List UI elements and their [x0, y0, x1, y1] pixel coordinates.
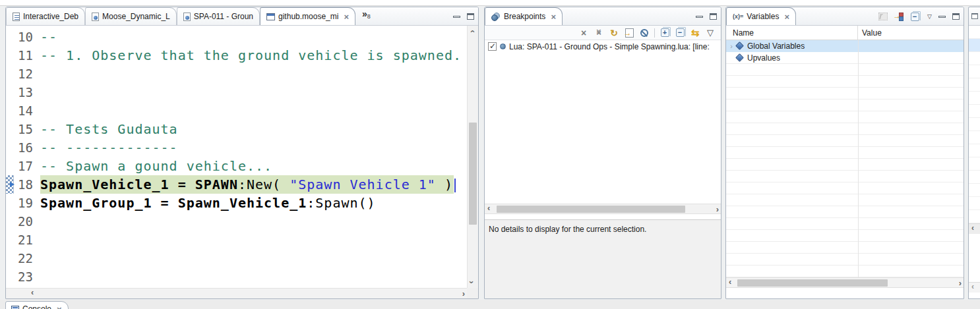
line-number[interactable]: 11 — [14, 48, 36, 63]
code-text[interactable]: Spawn_Vehicle_1 = SPAWN:New( "Spawn Vehi… — [36, 177, 456, 192]
column-header-name[interactable]: Name — [726, 26, 858, 40]
line-number[interactable]: 15 — [14, 122, 36, 136]
code-line-10[interactable]: 10-- — [6, 28, 478, 46]
scroll-left-icon[interactable]: › — [487, 205, 490, 213]
code-line-16[interactable]: 16-- ------------- — [6, 138, 478, 157]
scroll-down-icon[interactable]: › — [468, 281, 476, 283]
line-number[interactable]: 23 — [14, 269, 36, 284]
collapse-all-icon[interactable]: − — [675, 28, 685, 38]
scroll-left-icon[interactable]: › — [31, 289, 34, 298]
code-text[interactable]: -- ------------- — [36, 140, 178, 155]
code-line-20[interactable]: 20 — [6, 212, 478, 231]
code-text[interactable]: -- — [36, 29, 57, 45]
breakpoint-checkbox[interactable]: ✓ — [488, 42, 497, 51]
link-with-debug-view-icon[interactable]: ⇆ — [690, 28, 700, 38]
line-number[interactable]: 21 — [14, 233, 36, 247]
tab-close-icon[interactable]: × — [551, 13, 556, 21]
code-text[interactable]: Spawn_Group_1 = Spawn_Vehicle_1:Spawn() — [36, 195, 376, 211]
maximize-icon[interactable] — [467, 13, 474, 20]
editor-horizontal-scrollbar[interactable]: › › — [6, 288, 467, 298]
editor-tab-moose-dynamic-l[interactable]: Moose_Dynamic_L — [85, 7, 177, 25]
code-text[interactable]: -- Spawn a gound vehicle... — [36, 158, 272, 174]
variable-row-global-variables[interactable]: ›Global Variables — [726, 40, 964, 52]
column-header-value[interactable]: Value — [858, 28, 882, 38]
scroll-left-icon[interactable]: › — [971, 283, 974, 291]
clipped-scrollbar[interactable]: › — [969, 282, 980, 293]
maximize-icon[interactable] — [952, 13, 960, 20]
scroll-left-icon[interactable]: › — [729, 279, 731, 287]
code-lines[interactable]: 10--11-- 1. Observe that the ground vehi… — [6, 26, 478, 286]
tab-variables[interactable]: (x)= Variables × — [726, 7, 796, 25]
show-logical-structure-icon[interactable]: → — [894, 11, 904, 22]
show-supported-breakpoints-icon[interactable]: ↻ — [609, 28, 619, 38]
tab-breakpoints[interactable]: Breakpoints × — [485, 7, 563, 25]
maximize-icon[interactable] — [710, 13, 717, 20]
minimize-icon[interactable] — [938, 16, 946, 18]
skip-all-breakpoints-icon[interactable] — [639, 28, 650, 38]
variables-tree[interactable]: ›Global VariablesUpvalues — [726, 40, 964, 277]
line-number[interactable]: 22 — [14, 251, 36, 266]
line-number[interactable]: 17 — [14, 159, 36, 173]
clipped-scrollbar[interactable]: › — [969, 223, 980, 234]
code-line-19[interactable]: 19Spawn_Group_1 = Spawn_Vehicle_1:Spawn(… — [6, 194, 478, 212]
variable-row-upvalues[interactable]: Upvalues — [726, 52, 964, 64]
line-number[interactable]: 13 — [14, 85, 36, 99]
variable-diamond-icon — [735, 53, 744, 62]
breakpoint-row[interactable]: ✓ Lua: SPA-011 - Ground Ops - Simple Spa… — [485, 40, 721, 53]
code-line-13[interactable]: 13 — [6, 83, 478, 101]
editor-tab-spa-011-groun[interactable]: SPA-011 - Groun — [177, 7, 260, 25]
scroll-up-icon[interactable]: › — [468, 30, 476, 32]
scroll-left-icon[interactable]: › — [971, 225, 974, 233]
show-type-names-icon[interactable] — [878, 11, 888, 22]
code-line-12[interactable]: 12 — [6, 65, 478, 83]
scrollbar-thumb[interactable] — [497, 206, 685, 213]
view-menu-icon[interactable]: ▽ — [705, 28, 716, 38]
tab-close-icon[interactable]: × — [57, 305, 62, 309]
tab-console[interactable]: Console × — [5, 301, 69, 309]
minimize-icon[interactable] — [453, 16, 460, 18]
view-menu-icon[interactable]: ▽ — [927, 14, 932, 20]
collapse-all-icon[interactable]: − — [909, 11, 920, 22]
remove-breakpoint-icon[interactable]: × — [578, 28, 589, 38]
code-line-23[interactable]: 23 — [6, 267, 478, 286]
column-divider[interactable] — [858, 40, 859, 277]
line-number[interactable]: 18 — [14, 177, 36, 192]
variables-horizontal-scrollbar[interactable]: › › — [726, 277, 964, 288]
go-to-file-for-breakpoint-icon[interactable] — [624, 28, 634, 38]
code-line-18[interactable]: 18Spawn_Vehicle_1 = SPAWN:New( "Spawn Ve… — [6, 175, 478, 194]
code-line-11[interactable]: 11-- 1. Observe that the ground vehicle … — [6, 46, 478, 65]
scroll-right-icon[interactable]: › — [959, 279, 962, 287]
code-line-21[interactable]: 21 — [6, 231, 478, 249]
editor-tab-interactive-deb[interactable]: Interactive_Deb — [6, 7, 85, 25]
code-line-17[interactable]: 17-- Spawn a gound vehicle... — [6, 157, 478, 175]
line-number[interactable]: 10 — [14, 30, 36, 44]
scroll-right-icon[interactable]: › — [716, 205, 719, 213]
code-line-15[interactable]: 15-- Tests Gudauta — [6, 120, 478, 138]
code-text[interactable]: -- 1. Observe that the ground vehicle is… — [36, 47, 462, 63]
breakpoints-list[interactable]: ✓ Lua: SPA-011 - Ground Ops - Simple Spa… — [485, 40, 721, 204]
minimize-icon[interactable] — [696, 16, 703, 18]
code-line-22[interactable]: 22 — [6, 249, 478, 267]
tab-overflow-button[interactable]: » 8 — [355, 7, 373, 25]
scrollbar-thumb[interactable] — [737, 279, 888, 287]
tab-close-icon[interactable]: × — [344, 13, 349, 21]
line-number[interactable]: 20 — [14, 214, 36, 229]
editor-vertical-scrollbar[interactable]: › › — [467, 26, 478, 288]
tab-close-icon[interactable]: × — [784, 13, 789, 21]
line-number[interactable]: 14 — [14, 103, 36, 118]
line-number[interactable]: 12 — [14, 67, 36, 81]
editor-tab-github-moose-mi[interactable]: github.moose_mi× — [260, 7, 355, 25]
instruction-pointer-icon[interactable] — [6, 175, 14, 194]
scroll-right-icon[interactable]: › — [462, 289, 465, 298]
remove-all-breakpoints-icon[interactable]: × — [594, 28, 604, 38]
clipped-row — [969, 52, 980, 65]
scrollbar-thumb[interactable] — [469, 123, 477, 225]
maximize-icon[interactable] — [971, 13, 978, 19]
code-text[interactable]: -- Tests Gudauta — [36, 121, 178, 137]
breakpoints-horizontal-scrollbar[interactable]: › › — [485, 204, 721, 214]
expand-all-icon[interactable]: + — [659, 28, 670, 38]
code-editor[interactable]: 10--11-- 1. Observe that the ground vehi… — [6, 26, 478, 288]
code-line-14[interactable]: 14 — [6, 101, 478, 120]
line-number[interactable]: 16 — [14, 140, 36, 155]
line-number[interactable]: 19 — [14, 196, 36, 210]
